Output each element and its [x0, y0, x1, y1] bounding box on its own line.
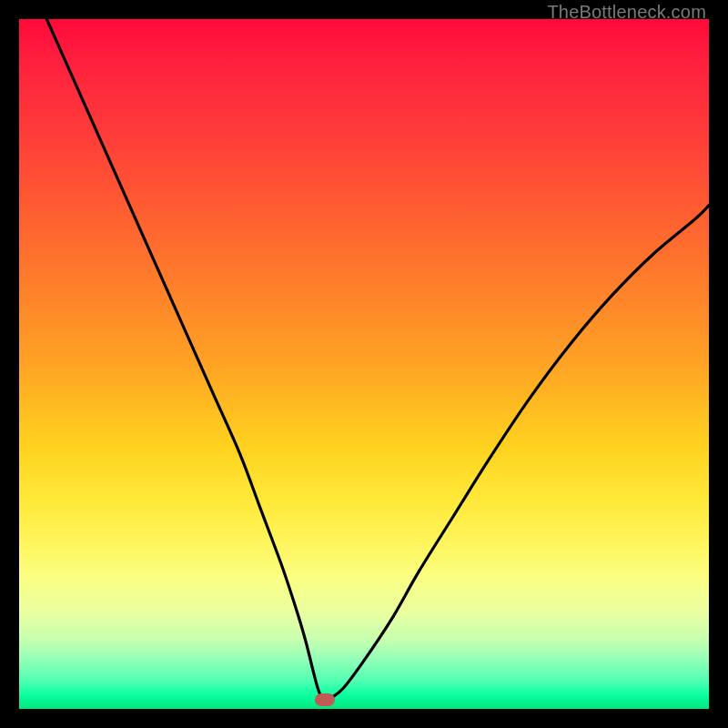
bottleneck-curve — [19, 19, 709, 709]
chart-frame: TheBottleneck.com — [0, 0, 728, 728]
plot-area — [19, 19, 709, 709]
optimal-point-marker — [315, 693, 335, 706]
